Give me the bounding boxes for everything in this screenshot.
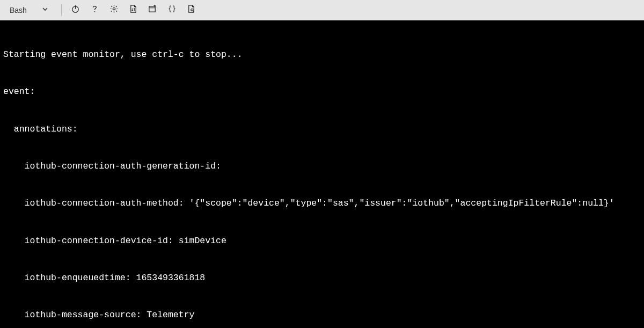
terminal-line: iothub-connection-auth-generation-id: <box>3 160 641 172</box>
shell-label: Bash <box>10 6 27 14</box>
terminal-line: annotations: <box>3 123 641 135</box>
new-window-icon <box>148 4 157 16</box>
svg-point-3 <box>113 8 115 10</box>
upload-download-button[interactable] <box>125 2 142 18</box>
braces-icon <box>167 4 177 16</box>
new-session-button[interactable] <box>144 2 162 18</box>
settings-button[interactable] <box>106 2 123 18</box>
shell-selector[interactable]: Bash <box>5 3 53 17</box>
gear-icon <box>109 4 119 16</box>
terminal-line: iothub-connection-device-id: simDevice <box>3 235 641 247</box>
chevron-down-icon <box>42 5 48 15</box>
help-icon <box>90 4 99 16</box>
terminal-output[interactable]: Starting event monitor, use ctrl-c to st… <box>0 20 644 328</box>
svg-rect-4 <box>149 6 155 11</box>
restart-button[interactable] <box>67 2 84 18</box>
toolbar-divider <box>61 4 62 16</box>
terminal-line: iothub-enqueuedtime: 1653493361818 <box>3 272 641 284</box>
help-button[interactable] <box>86 2 104 18</box>
terminal-line: iothub-message-source: Telemetry <box>3 309 641 321</box>
web-preview-button[interactable] <box>183 2 200 18</box>
cloud-shell-toolbar: Bash <box>0 0 644 20</box>
terminal-line: Starting event monitor, use ctrl-c to st… <box>3 48 641 61</box>
svg-point-6 <box>191 9 193 11</box>
power-icon <box>71 4 80 16</box>
terminal-line: event: <box>3 85 641 98</box>
terminal-line: iothub-connection-auth-method: '{"scope"… <box>3 197 641 209</box>
svg-point-2 <box>94 11 96 12</box>
file-transfer-icon <box>129 4 138 16</box>
editor-button[interactable] <box>164 2 181 18</box>
preview-icon <box>187 4 196 16</box>
